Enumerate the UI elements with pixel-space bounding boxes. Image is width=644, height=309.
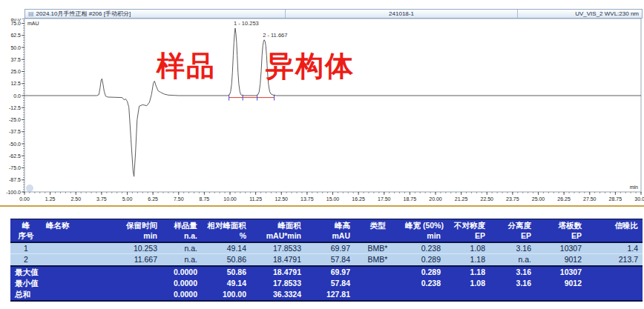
summary-label: 总和 [10,289,42,300]
table-row[interactable]: 110.253n.a.49.1417.853369.97BMB*0.2381.0… [10,243,643,254]
svg-text:15.00: 15.00 [326,196,340,202]
svg-text:12.50: 12.50 [275,196,288,202]
svg-text:3.75: 3.75 [96,196,107,202]
svg-text:-50.0: -50.0 [9,142,21,147]
table-cell: 1.18 [445,254,490,265]
svg-text:13.75: 13.75 [300,196,314,202]
svg-text:-12.5: -12.5 [9,105,21,110]
summary-cell [42,278,111,289]
summary-cell [111,267,162,278]
column-header: 类型 [355,219,401,242]
chromatogram-panel: ▤ 2024.10月手性正相 #206 [手动积分] 241018-1 UV_V… [0,0,644,207]
summary-cell: 100.00 [202,289,251,300]
table-cell: n.a. [162,243,202,254]
table-cell: n.a. [162,254,202,265]
table-cell: 49.14 [202,243,251,254]
injection-name: 241018-1 [285,10,518,18]
table-cell: n.a. [490,254,536,265]
summary-cell: 50.86 [202,267,251,278]
svg-text:75.0: 75.0 [10,21,21,26]
annotation-text: 异构体 [265,50,355,82]
summary-cell: 36.3324 [251,289,306,300]
svg-text:25.0: 25.0 [10,69,21,74]
table-cell [42,243,111,254]
table-row[interactable]: 211.667n.a.50.8618.479157.84BMB*0.2891.1… [10,254,643,265]
table-cell [42,254,111,265]
channel-label: UV_VIS_2 WVL:230 nm [518,10,642,18]
table-cell: 18.4791 [251,254,306,265]
plot-frame [24,19,641,192]
summary-row: 总和0.0000100.0036.3324127.81 [10,289,643,300]
table-cell: 213.7 [586,254,643,265]
svg-text:11.25: 11.25 [249,196,262,202]
summary-cell [490,289,536,300]
column-header: 峰面积mAU*min [251,219,306,242]
table-cell: BMB* [355,243,401,254]
column-header: 保留时间min [111,219,162,242]
table-cell: 50.86 [202,254,251,265]
table-header-row: 峰序号峰名称保留时间min样品量n.a.相对峰面积%峰面积mAU*min峰高mA… [10,219,643,242]
svg-text:-87.5: -87.5 [9,177,21,182]
summary-cell [401,289,445,300]
y-unit-label: mAU [27,21,39,26]
summary-cell [42,267,111,278]
column-header: 样品量n.a. [162,219,202,242]
svg-text:-37.5: -37.5 [9,129,21,134]
svg-text:16.25: 16.25 [352,196,365,202]
summary-cell: 0.0000 [162,278,202,289]
table-cell: 10307 [536,243,586,254]
svg-text:27.50: 27.50 [583,196,597,202]
summary-cell: 18.4791 [251,267,306,278]
svg-text:28.75: 28.75 [609,196,622,202]
summary-cell: 57.84 [306,278,355,289]
summary-cell: 10307 [536,267,586,278]
column-header: 峰名称 [42,219,111,242]
panel-bottom-border [0,205,644,207]
peak-label: 1 - 10.253 [234,20,259,27]
column-header: 峰序号 [10,219,42,242]
summary-cell [445,289,490,300]
integration-results-table: 峰序号峰名称保留时间min样品量n.a.相对峰面积%峰面积mAU*min峰高mA… [10,219,643,302]
svg-text:8.75: 8.75 [200,196,210,202]
summary-row: 最大值0.000050.8618.479169.970.2891.183.161… [10,267,643,278]
svg-text:37.5: 37.5 [10,57,21,62]
table-cell: 69.97 [306,243,355,254]
table-cell: 9012 [536,254,586,265]
column-header: 不对称度EP [445,219,490,242]
summary-cell: 0.0000 [162,267,202,278]
svg-text:50.0: 50.0 [10,45,21,50]
chromatogram-plot[interactable]: 80.075.062.550.037.525.012.50.0-12.5-25.… [0,19,644,205]
chart-header-bar: ▤ 2024.10月手性正相 #206 [手动积分] 241018-1 UV_V… [24,9,643,19]
summary-cell [536,289,586,300]
summary-cell [355,289,401,300]
summary-cell: 3.16 [490,278,536,289]
chromatogram-icon: ▤ [28,10,34,18]
column-header: 峰高mAU [306,219,355,242]
annotation-text: 样品 [156,50,216,82]
summary-cell [586,267,643,278]
summary-cell: 69.97 [306,267,355,278]
svg-text:26.25: 26.25 [557,196,571,202]
svg-text:12.5: 12.5 [10,81,21,86]
summary-label: 最小值 [10,278,42,289]
summary-cell: 9012 [536,278,586,289]
summary-cell: 0.0000 [162,289,202,300]
svg-text:20.00: 20.00 [429,196,442,202]
summary-cell: 49.14 [202,278,251,289]
svg-text:-100.0: -100.0 [6,190,21,195]
table-cell: 1.4 [586,243,643,254]
summary-cell [111,278,162,289]
svg-text:5.00: 5.00 [122,196,133,202]
summary-cell [355,278,401,289]
table-cell: 0.289 [401,254,445,265]
watermark-icon [26,185,33,192]
summary-cell [586,289,643,300]
svg-text:22.50: 22.50 [480,196,493,202]
summary-cell: 127.81 [306,289,355,300]
svg-text:-25.0: -25.0 [9,117,21,122]
chromatogram-title: 2024.10月手性正相 #206 [手动积分] [36,10,131,18]
y-axis: 80.075.062.550.037.525.012.50.0-12.5-25.… [6,19,24,195]
svg-text:17.50: 17.50 [378,196,391,202]
svg-text:62.5: 62.5 [10,33,21,38]
column-header: 塔板数EP [536,219,586,242]
